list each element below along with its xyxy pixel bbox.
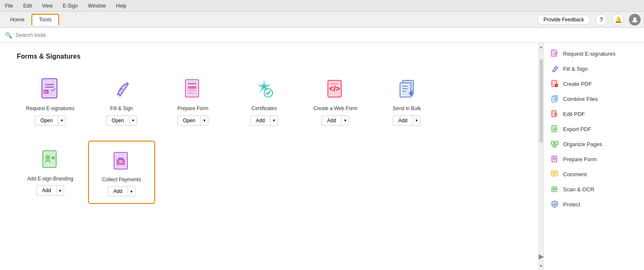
main-layout: Forms & Signatures ✕ Request E-signa: [0, 43, 644, 270]
svg-text:✕: ✕: [44, 90, 47, 94]
tool-dropdown-button[interactable]: ▾: [127, 186, 135, 196]
scrollbar-thumb[interactable]: [540, 59, 543, 143]
sidebar-item-create-pdf[interactable]: + Create PDF: [544, 76, 644, 91]
tool-dropdown-button[interactable]: ▾: [58, 116, 66, 126]
tool-send-in-bulk[interactable]: Send in Bulk Add ▾: [373, 70, 440, 132]
sidebar-item-comment[interactable]: Comment: [544, 167, 644, 182]
menu-view[interactable]: View: [40, 2, 55, 10]
svg-rect-26: [117, 159, 125, 165]
sidebar-label: Create PDF: [563, 81, 592, 87]
menu-esign[interactable]: E-Sign: [61, 2, 80, 10]
sidebar-item-scan-ocr[interactable]: Scan & OCR: [544, 182, 644, 197]
tool-add-button[interactable]: Add: [322, 116, 341, 126]
svg-text:</>: </>: [329, 85, 340, 93]
sidebar-label: Combine Files: [563, 96, 598, 102]
tool-add-button[interactable]: Add: [250, 116, 270, 126]
svg-rect-27: [118, 157, 123, 160]
svg-rect-30: [551, 50, 556, 57]
tool-dropdown-button[interactable]: ▾: [270, 116, 278, 126]
sidebar-label: Scan & OCR: [563, 186, 594, 193]
svg-rect-8: [188, 86, 196, 89]
menu-edit[interactable]: Edit: [21, 2, 34, 10]
sidebar-item-organize-pages[interactable]: Organize Pages: [544, 136, 644, 152]
svg-rect-1: [42, 79, 57, 98]
svg-rect-45: [553, 158, 556, 159]
avatar-button[interactable]: [629, 14, 641, 26]
svg-point-31: [556, 52, 558, 54]
sidebar-label: Prepare Form: [563, 156, 597, 162]
svg-point-22: [45, 155, 50, 160]
tool-label: Create a Web Form: [313, 105, 357, 112]
tool-open-button[interactable]: Open: [35, 116, 57, 126]
tool-label: Add E-sign Branding: [27, 176, 73, 183]
tool-create-web-form[interactable]: </> Create a Web Form Add ▾: [302, 70, 369, 132]
tab-bar: Home Tools Provide Feedback ? 🔔: [0, 12, 644, 28]
menu-help[interactable]: Help: [114, 2, 128, 10]
tool-add-esign-branding[interactable]: Add E-sign Branding Add ▾: [17, 141, 84, 204]
feedback-button[interactable]: Provide Feedback: [537, 15, 590, 25]
sidebar-label: Protect: [563, 201, 580, 208]
tool-dropdown-button[interactable]: ▾: [413, 116, 421, 126]
organize-pages-icon: [551, 140, 559, 148]
tool-dropdown-button[interactable]: ▾: [341, 116, 349, 126]
sidebar-label: Export PDF: [563, 126, 591, 132]
tool-prepare-form[interactable]: Prepare Form Open ▾: [159, 70, 226, 132]
sidebar-item-fill-sign[interactable]: Fill & Sign: [544, 61, 644, 76]
notifications-button[interactable]: 🔔: [612, 14, 624, 26]
scroll-right-arrow[interactable]: ▶: [537, 251, 545, 262]
tool-add-button[interactable]: Add: [108, 186, 127, 196]
help-button[interactable]: ?: [595, 14, 607, 26]
sidebar-label: Organize Pages: [563, 141, 602, 147]
protect-icon: [551, 200, 559, 208]
sidebar-label: Request E-signatures: [563, 51, 615, 57]
tab-tools[interactable]: Tools: [31, 14, 59, 25]
edit-pdf-icon: [551, 110, 559, 118]
sidebar-label: Edit PDF: [563, 111, 585, 117]
tab-home[interactable]: Home: [3, 14, 31, 25]
prepare-form-sidebar-icon: [551, 155, 559, 163]
fill-sign-icon: [551, 64, 559, 73]
tool-certificates[interactable]: Certificates Add ▾: [231, 70, 298, 132]
tool-label: Request E-signatures: [26, 105, 74, 112]
tool-open-button[interactable]: Open: [177, 116, 200, 126]
search-icon: 🔍: [5, 32, 12, 39]
scroll-up-arrow[interactable]: ▲: [538, 43, 545, 51]
tool-open-button[interactable]: Open: [106, 116, 129, 126]
sidebar-label: Fill & Sign: [563, 66, 588, 72]
create-pdf-icon: +: [551, 80, 559, 88]
sidebar-item-prepare-form[interactable]: Prepare Form: [544, 152, 644, 167]
sidebar-item-export-pdf[interactable]: Export PDF: [544, 121, 644, 136]
tool-add-button[interactable]: Add: [36, 185, 56, 195]
tool-label: Certificates: [252, 105, 277, 112]
tool-label: Prepare Form: [177, 105, 208, 112]
tool-dropdown-button[interactable]: ▾: [129, 116, 137, 126]
tool-request-esignatures[interactable]: ✕ Request E-signatures Open ▾: [17, 70, 84, 132]
tool-add-button[interactable]: Add: [393, 116, 412, 126]
sidebar-item-request-esignatures[interactable]: Request E-signatures: [544, 46, 644, 61]
tool-dropdown-button[interactable]: ▾: [56, 185, 64, 195]
tool-label: Fill & Sign: [110, 105, 133, 112]
svg-rect-42: [555, 141, 558, 145]
section-title: Forms & Signatures: [17, 53, 522, 60]
tool-fill-sign[interactable]: Fill & Sign Open ▾: [88, 70, 155, 132]
menu-window[interactable]: Window: [86, 2, 108, 10]
svg-text:+: +: [556, 84, 557, 87]
tool-dropdown-button[interactable]: ▾: [200, 116, 208, 126]
sidebar-item-edit-pdf[interactable]: Edit PDF: [544, 106, 644, 121]
sidebar-item-protect[interactable]: Protect: [544, 197, 644, 212]
combine-files-icon: [551, 95, 559, 103]
request-esignatures-icon: [551, 49, 559, 58]
search-input[interactable]: [16, 32, 141, 38]
svg-rect-39: [552, 126, 557, 132]
scroll-down-arrow[interactable]: ▼: [538, 262, 545, 270]
search-bar: 🔍: [0, 28, 644, 43]
menu-bar: File Edit View E-Sign Window Help: [0, 0, 644, 12]
svg-rect-43: [553, 145, 557, 147]
content-area: Forms & Signatures ✕ Request E-signa: [0, 43, 538, 270]
menu-file[interactable]: File: [3, 2, 15, 10]
comment-icon: [551, 170, 559, 178]
scrollbar[interactable]: ▲ ▶ ▼: [538, 43, 543, 270]
sidebar-item-combine-files[interactable]: Combine Files: [544, 91, 644, 106]
svg-rect-41: [551, 141, 554, 145]
tool-collect-payments[interactable]: Collect Payments Add ▾: [88, 141, 155, 204]
